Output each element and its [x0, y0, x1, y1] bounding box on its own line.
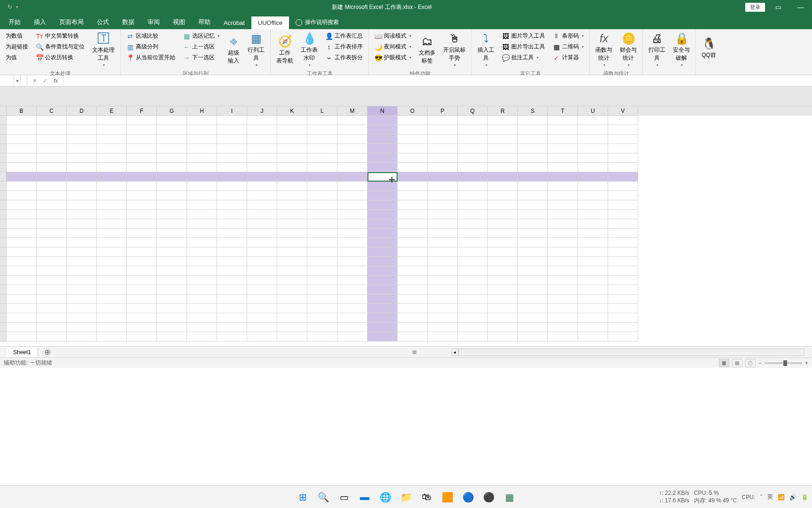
comment-tools-button[interactable]: 💬批注工具▾	[500, 53, 547, 63]
cell[interactable]	[398, 294, 428, 304]
cell[interactable]	[97, 266, 127, 276]
cell[interactable]	[608, 153, 638, 163]
cell[interactable]	[97, 323, 127, 332]
cell[interactable]	[367, 323, 398, 332]
cell[interactable]	[157, 247, 187, 257]
row-header[interactable]	[0, 247, 7, 257]
multi-tab-button[interactable]: 🗂文档多 标签	[416, 30, 438, 69]
cell[interactable]	[608, 238, 638, 247]
cell[interactable]	[7, 153, 37, 163]
page-break-button[interactable]: ▢	[745, 359, 756, 367]
cell[interactable]	[488, 219, 518, 229]
cell[interactable]	[247, 285, 277, 294]
cell[interactable]	[578, 116, 608, 125]
cell[interactable]	[367, 135, 398, 144]
cell[interactable]	[608, 266, 638, 276]
cell[interactable]	[578, 135, 608, 144]
cell[interactable]	[97, 238, 127, 247]
cell[interactable]	[247, 125, 277, 135]
cell[interactable]	[548, 332, 578, 341]
cell[interactable]	[398, 332, 428, 341]
cell[interactable]	[187, 238, 217, 247]
cell[interactable]	[307, 144, 337, 153]
cell[interactable]	[7, 144, 37, 153]
cell[interactable]	[7, 125, 37, 135]
cell[interactable]	[458, 163, 488, 172]
cell[interactable]	[187, 285, 217, 294]
cell[interactable]	[548, 313, 578, 323]
cell[interactable]	[7, 200, 37, 210]
cell[interactable]	[428, 219, 458, 229]
cell[interactable]	[97, 153, 127, 163]
cell[interactable]	[127, 257, 157, 266]
cell[interactable]	[277, 229, 307, 238]
cell[interactable]	[247, 332, 277, 341]
cell[interactable]	[307, 219, 337, 229]
cell[interactable]	[578, 219, 608, 229]
cell[interactable]	[398, 266, 428, 276]
cell[interactable]	[67, 135, 97, 144]
sheet-split-button[interactable]: ⫟工作表拆分	[323, 53, 365, 63]
cell[interactable]	[127, 125, 157, 135]
cell[interactable]	[608, 125, 638, 135]
tab-view[interactable]: 视图	[166, 15, 192, 29]
cell[interactable]	[37, 219, 67, 229]
cell[interactable]	[488, 182, 518, 191]
cell[interactable]	[217, 229, 247, 238]
tab-home[interactable]: 开始	[2, 15, 27, 29]
cell[interactable]	[97, 210, 127, 219]
cell[interactable]	[97, 257, 127, 266]
next-selection-button[interactable]: →下一选区	[181, 53, 221, 63]
cell[interactable]	[277, 144, 307, 153]
cell[interactable]	[307, 313, 337, 323]
cell[interactable]	[337, 144, 367, 153]
cell[interactable]	[7, 257, 37, 266]
cell[interactable]	[217, 172, 247, 182]
column-header[interactable]: D	[67, 106, 97, 116]
cell[interactable]	[67, 144, 97, 153]
cell[interactable]	[127, 276, 157, 285]
row-header[interactable]	[0, 135, 7, 144]
cell[interactable]	[608, 294, 638, 304]
column-header[interactable]: M	[337, 106, 367, 116]
cell[interactable]	[518, 182, 548, 191]
cell[interactable]	[7, 135, 37, 144]
cell[interactable]	[37, 135, 67, 144]
cell[interactable]	[277, 247, 307, 257]
cell[interactable]	[428, 276, 458, 285]
cell[interactable]	[37, 247, 67, 257]
cell[interactable]	[488, 172, 518, 182]
cell[interactable]	[67, 191, 97, 200]
cell[interactable]	[157, 135, 187, 144]
volume-icon[interactable]: 🔊	[789, 494, 796, 500]
cell[interactable]	[458, 266, 488, 276]
cell[interactable]	[7, 210, 37, 219]
cancel-formula-icon[interactable]: ✕	[30, 76, 39, 86]
cell[interactable]	[488, 313, 518, 323]
cell[interactable]	[97, 304, 127, 313]
cell[interactable]	[458, 210, 488, 219]
cell[interactable]	[367, 313, 398, 323]
cell[interactable]	[367, 266, 398, 276]
cell[interactable]	[217, 200, 247, 210]
cell[interactable]	[247, 229, 277, 238]
cell[interactable]	[398, 285, 428, 294]
cell[interactable]	[578, 332, 608, 341]
cell[interactable]	[67, 229, 97, 238]
cell[interactable]	[518, 266, 548, 276]
zoom-out-button[interactable]: −	[758, 360, 762, 366]
cell[interactable]	[307, 125, 337, 135]
cell[interactable]	[217, 332, 247, 341]
cell[interactable]	[518, 144, 548, 153]
widgets-button[interactable]: ▬	[355, 488, 374, 507]
night-mode-button[interactable]: 🌙夜间模式▾	[373, 42, 413, 52]
cell[interactable]	[217, 238, 247, 247]
cell[interactable]	[578, 285, 608, 294]
page-layout-button[interactable]: ▤	[732, 359, 742, 367]
cell[interactable]	[247, 172, 277, 182]
row-header[interactable]	[0, 332, 7, 341]
cell[interactable]	[307, 153, 337, 163]
cell[interactable]	[548, 172, 578, 182]
cell[interactable]	[217, 219, 247, 229]
cell[interactable]	[97, 116, 127, 125]
